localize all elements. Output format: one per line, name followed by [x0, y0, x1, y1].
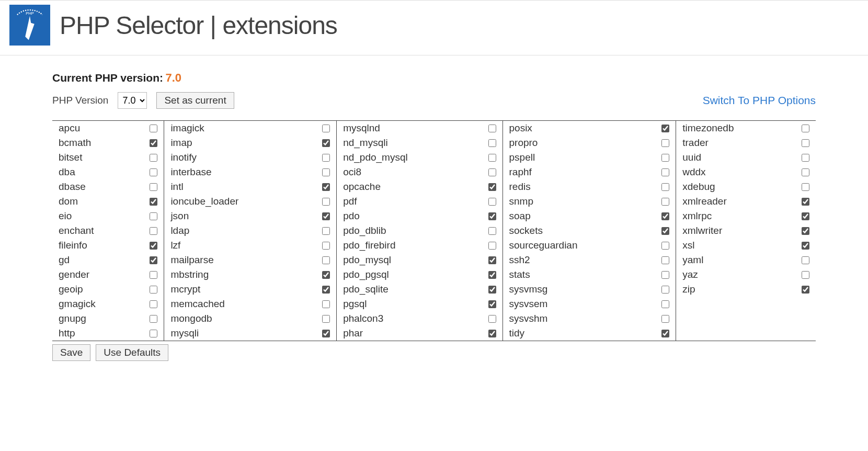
extension-checkbox-redis[interactable] — [661, 183, 669, 191]
extension-row: pgsql — [337, 297, 502, 311]
extension-row: enchant — [52, 223, 164, 238]
extension-checkbox-sysvsem[interactable] — [661, 300, 669, 308]
extension-checkbox-zip[interactable] — [802, 286, 809, 294]
extension-checkbox-xmlreader[interactable] — [802, 198, 809, 206]
extension-checkbox-timezonedb[interactable] — [802, 125, 809, 132]
extension-checkbox-gd[interactable] — [150, 256, 157, 264]
extension-label: timezonedb — [682, 122, 802, 134]
extension-row: sysvmsg — [503, 282, 676, 297]
extension-label: dbase — [59, 181, 150, 193]
extension-checkbox-dom[interactable] — [150, 198, 157, 206]
extension-label: yaz — [682, 269, 802, 280]
extension-checkbox-enchant[interactable] — [150, 227, 157, 235]
extension-checkbox-trader[interactable] — [802, 139, 809, 147]
extension-row: pdo — [337, 209, 502, 223]
extension-checkbox-stats[interactable] — [661, 271, 669, 279]
extension-checkbox-pdo_firebird[interactable] — [488, 242, 496, 250]
extension-checkbox-sysvshm[interactable] — [661, 315, 669, 323]
extensions-column: mysqlndnd_mysqlind_pdo_mysqloci8opcachep… — [337, 121, 502, 341]
extension-label: pgsql — [343, 298, 488, 310]
extension-checkbox-inotify[interactable] — [322, 154, 330, 162]
extension-checkbox-nd_mysqli[interactable] — [488, 139, 496, 147]
extension-checkbox-raphf[interactable] — [661, 168, 669, 176]
extension-checkbox-dbase[interactable] — [150, 183, 157, 191]
extension-checkbox-yaml[interactable] — [802, 256, 809, 264]
extension-checkbox-mysqli[interactable] — [322, 330, 330, 337]
set-as-current-button[interactable]: Set as current — [156, 92, 234, 109]
save-button[interactable]: Save — [52, 344, 90, 361]
extension-checkbox-fileinfo[interactable] — [150, 242, 157, 250]
extension-checkbox-oci8[interactable] — [488, 168, 496, 176]
extensions-column: imagickimapinotifyinterbaseintlioncube_l… — [164, 121, 337, 341]
extension-checkbox-pdo_mysql[interactable] — [488, 256, 496, 264]
extension-checkbox-bitset[interactable] — [150, 154, 157, 162]
extension-checkbox-pdo_dblib[interactable] — [488, 227, 496, 235]
extension-checkbox-tidy[interactable] — [661, 330, 669, 337]
extension-row: oci8 — [337, 165, 502, 179]
extension-checkbox-pdf[interactable] — [488, 198, 496, 206]
extension-checkbox-interbase[interactable] — [322, 168, 330, 176]
extension-checkbox-posix[interactable] — [661, 125, 669, 132]
extension-row: eio — [52, 209, 164, 223]
extension-checkbox-geoip[interactable] — [150, 286, 157, 294]
extension-checkbox-intl[interactable] — [322, 183, 330, 191]
extension-checkbox-eio[interactable] — [150, 212, 157, 220]
extension-checkbox-xmlrpc[interactable] — [802, 212, 809, 220]
extension-checkbox-ioncube_loader[interactable] — [322, 198, 330, 206]
extension-checkbox-bcmath[interactable] — [150, 139, 157, 147]
extension-checkbox-ssh2[interactable] — [661, 256, 669, 264]
extension-checkbox-memcached[interactable] — [322, 300, 330, 308]
php-icon: PHP — [9, 5, 50, 46]
extension-checkbox-xsl[interactable] — [802, 242, 809, 250]
extension-row: pdf — [337, 194, 502, 209]
extension-checkbox-sysvmsg[interactable] — [661, 286, 669, 294]
extension-checkbox-soap[interactable] — [661, 212, 669, 220]
extension-checkbox-phalcon3[interactable] — [488, 315, 496, 323]
extension-checkbox-http[interactable] — [150, 330, 157, 337]
extension-row: ssh2 — [503, 253, 676, 267]
extension-checkbox-sourceguardian[interactable] — [661, 242, 669, 250]
extension-label: sourceguardian — [509, 240, 662, 251]
use-defaults-button[interactable]: Use Defaults — [96, 344, 168, 361]
extension-checkbox-lzf[interactable] — [322, 242, 330, 250]
extension-checkbox-mongodb[interactable] — [322, 315, 330, 323]
php-version-select[interactable]: 7.0 — [118, 92, 147, 109]
extension-checkbox-nd_pdo_mysql[interactable] — [488, 154, 496, 162]
extension-checkbox-sockets[interactable] — [661, 227, 669, 235]
extension-checkbox-opcache[interactable] — [488, 183, 496, 191]
extension-checkbox-uuid[interactable] — [802, 154, 809, 162]
switch-to-options-link[interactable]: Switch To PHP Options — [703, 94, 816, 107]
extension-checkbox-mbstring[interactable] — [322, 271, 330, 279]
extension-checkbox-propro[interactable] — [661, 139, 669, 147]
extension-label: phar — [343, 328, 488, 339]
extension-checkbox-imagick[interactable] — [322, 125, 330, 132]
extension-checkbox-xdebug[interactable] — [802, 183, 809, 191]
extension-checkbox-phar[interactable] — [488, 330, 496, 337]
extension-checkbox-wddx[interactable] — [802, 168, 809, 176]
extension-row: trader — [676, 136, 816, 150]
extension-checkbox-pdo_pgsql[interactable] — [488, 271, 496, 279]
extension-label: oci8 — [343, 166, 488, 178]
extension-checkbox-snmp[interactable] — [661, 198, 669, 206]
extension-checkbox-yaz[interactable] — [802, 271, 809, 279]
extension-checkbox-mcrypt[interactable] — [322, 286, 330, 294]
extension-label: xmlreader — [682, 196, 802, 207]
extension-checkbox-json[interactable] — [322, 212, 330, 220]
extension-checkbox-gender[interactable] — [150, 271, 157, 279]
extension-label: trader — [682, 137, 802, 149]
extension-checkbox-pspell[interactable] — [661, 154, 669, 162]
extension-checkbox-imap[interactable] — [322, 139, 330, 147]
extension-checkbox-pgsql[interactable] — [488, 300, 496, 308]
extension-checkbox-gnupg[interactable] — [150, 315, 157, 323]
extension-checkbox-xmlwriter[interactable] — [802, 227, 809, 235]
extension-row: ldap — [164, 223, 336, 238]
extension-checkbox-pdo_sqlite[interactable] — [488, 286, 496, 294]
extension-row: nd_mysqli — [337, 136, 502, 150]
extension-checkbox-ldap[interactable] — [322, 227, 330, 235]
extension-checkbox-pdo[interactable] — [488, 212, 496, 220]
extension-checkbox-mysqlnd[interactable] — [488, 125, 496, 132]
extension-checkbox-apcu[interactable] — [150, 125, 157, 132]
extension-checkbox-gmagick[interactable] — [150, 300, 157, 308]
extension-checkbox-dba[interactable] — [150, 168, 157, 176]
extension-checkbox-mailparse[interactable] — [322, 256, 330, 264]
